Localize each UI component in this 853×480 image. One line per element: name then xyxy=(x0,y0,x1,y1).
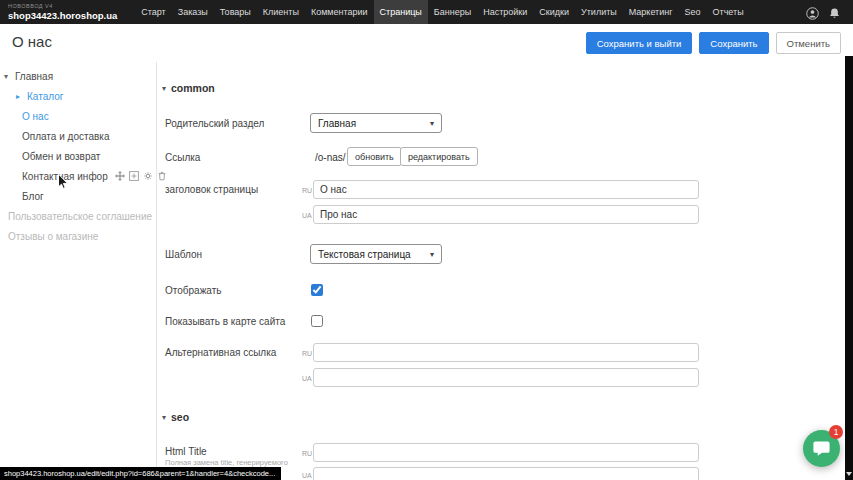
parent-section-label: Родительский раздел xyxy=(165,118,264,129)
caret-down-icon: ▾ xyxy=(162,84,166,93)
user-account-icon[interactable] xyxy=(806,6,819,19)
settings-gear-icon[interactable] xyxy=(143,171,153,181)
section-title: seo xyxy=(171,411,189,423)
link-path-value: /o-nas/ xyxy=(315,152,346,163)
tree-item-home[interactable]: ▾ Главная xyxy=(4,66,53,86)
tree-item-store-reviews[interactable]: Отзывы о магазине xyxy=(8,226,98,246)
lang-ru-label: RU xyxy=(302,187,312,194)
cancel-button[interactable]: Отменить xyxy=(776,32,841,54)
add-page-icon[interactable] xyxy=(129,171,139,181)
menu-item-clients[interactable]: Клиенты xyxy=(257,0,305,24)
notifications-bell-icon[interactable] xyxy=(828,6,841,19)
menu-item-products[interactable]: Товары xyxy=(214,0,257,24)
tree-item-label: Оплата и доставка xyxy=(22,131,109,142)
menu-item-seo[interactable]: Seo xyxy=(679,0,707,24)
tree-item-label: Пользовательское соглашение xyxy=(8,211,152,222)
page-title-ua-input[interactable] xyxy=(313,205,699,224)
display-label: Отображать xyxy=(165,285,221,296)
tree-item-payment-delivery[interactable]: Оплата и доставка xyxy=(22,126,109,146)
select-value: Главная xyxy=(318,118,356,129)
section-title: common xyxy=(171,82,215,94)
lang-ru-label: RU xyxy=(302,350,312,357)
menu-item-utilities[interactable]: Утилиты xyxy=(575,0,623,24)
page-title-ru-input[interactable] xyxy=(313,180,699,199)
browser-status-url: shop34423.horoshop.ua/edit/edit.php?id=6… xyxy=(0,467,281,480)
menu-item-comments[interactable]: Комментарии xyxy=(305,0,374,24)
caret-down-icon[interactable]: ▾ xyxy=(4,72,12,81)
navbar-right-icons xyxy=(806,6,853,19)
horoshop-admin-app: НОВОВВОД V4 shop34423.horoshop.ua Старт … xyxy=(0,0,853,480)
menu-item-marketing[interactable]: Маркетинг xyxy=(623,0,679,24)
page-title: О нас xyxy=(12,33,52,50)
save-button[interactable]: Сохранить xyxy=(699,32,768,54)
scroll-down-arrow-icon xyxy=(846,472,852,476)
menu-item-settings[interactable]: Настройки xyxy=(477,0,533,24)
sitemap-label: Показывать в карте сайта xyxy=(165,316,285,327)
sitemap-checkbox[interactable] xyxy=(311,315,323,327)
chat-widget-button[interactable]: 1 xyxy=(803,430,840,467)
tree-item-contact-info[interactable]: Контактная инфор xyxy=(22,166,167,186)
page-title-field-label: заголовок страницы xyxy=(165,184,258,195)
save-and-exit-button[interactable]: Сохранить и выйти xyxy=(586,32,693,54)
tree-item-blog[interactable]: Блог xyxy=(22,186,44,206)
delete-trash-icon[interactable] xyxy=(157,171,167,181)
tree-item-actions xyxy=(115,171,167,181)
menu-item-pages[interactable]: Страницы xyxy=(374,0,428,24)
caret-right-icon[interactable]: ▸ xyxy=(16,92,24,101)
parent-section-select[interactable]: Главная ▾ xyxy=(310,113,442,133)
link-edit-button[interactable]: редактировать xyxy=(400,147,478,166)
tree-item-label: Блог xyxy=(22,191,44,202)
tree-item-user-agreement[interactable]: Пользовательское соглашение xyxy=(8,206,152,226)
link-label: Ссылка xyxy=(165,152,200,163)
display-checkbox[interactable] xyxy=(311,284,323,296)
menu-item-orders[interactable]: Заказы xyxy=(172,0,214,24)
select-value: Текстовая страница xyxy=(318,249,411,260)
logo-version-label: НОВОВВОД V4 xyxy=(8,4,117,10)
html-title-hint: Полная замена title, генерируемого xyxy=(165,458,288,467)
header-actions: Сохранить и выйти Сохранить Отменить xyxy=(586,32,841,54)
tree-item-exchange-return[interactable]: Обмен и возврат xyxy=(22,146,100,166)
html-title-ru-input[interactable] xyxy=(313,443,699,462)
template-select[interactable]: Текстовая страница ▾ xyxy=(310,244,442,264)
tree-item-label: Обмен и возврат xyxy=(22,151,100,162)
top-navbar: НОВОВВОД V4 shop34423.horoshop.ua Старт … xyxy=(0,0,853,24)
chevron-down-icon: ▾ xyxy=(430,119,434,128)
alt-link-ua-input[interactable] xyxy=(313,368,699,387)
chat-unread-badge: 1 xyxy=(829,425,843,439)
tree-item-label: Отзывы о магазине xyxy=(8,231,98,242)
tree-item-label: Главная xyxy=(15,71,53,82)
chevron-down-icon: ▾ xyxy=(430,250,434,259)
lang-ua-label: UA xyxy=(302,212,312,219)
menu-item-start[interactable]: Старт xyxy=(135,0,171,24)
menu-item-banners[interactable]: Баннеры xyxy=(428,0,477,24)
move-icon[interactable] xyxy=(115,171,125,181)
lang-ua-label: UA xyxy=(302,472,312,479)
html-title-label: Html Title xyxy=(165,446,207,457)
section-seo[interactable]: ▾ seo xyxy=(162,411,189,423)
page-scrollbar[interactable] xyxy=(845,56,853,480)
caret-down-icon: ▾ xyxy=(162,413,166,422)
menu-item-discounts[interactable]: Скидки xyxy=(533,0,575,24)
html-title-ua-input[interactable] xyxy=(313,467,699,480)
alt-link-label: Альтернативная ссылка xyxy=(165,347,276,358)
tree-item-catalog[interactable]: ▸ Каталог xyxy=(16,86,63,106)
menu-item-reports[interactable]: Отчеты xyxy=(707,0,750,24)
chat-bubble-icon xyxy=(812,439,831,458)
tree-item-label: Контактная инфор xyxy=(22,171,108,182)
main-menu: Старт Заказы Товары Клиенты Комментарии … xyxy=(135,0,749,24)
lang-ru-label: RU xyxy=(302,450,312,457)
pages-tree-sidebar: ▾ Главная ▸ Каталог О нас Оплата и доста… xyxy=(0,62,157,480)
tree-item-label: О нас xyxy=(22,111,49,122)
section-common[interactable]: ▾ common xyxy=(162,82,215,94)
alt-link-ru-input[interactable] xyxy=(313,343,699,362)
logo[interactable]: НОВОВВОД V4 shop34423.horoshop.ua xyxy=(0,4,125,21)
template-label: Шаблон xyxy=(165,249,202,260)
tree-item-label: Каталог xyxy=(27,91,63,102)
lang-ua-label: UA xyxy=(302,375,312,382)
tree-item-about-us[interactable]: О нас xyxy=(22,106,49,126)
logo-domain: shop34423.horoshop.ua xyxy=(8,11,117,21)
link-update-button[interactable]: обновить xyxy=(347,147,402,166)
page-header: О нас Сохранить и выйти Сохранить Отмени… xyxy=(0,24,845,62)
